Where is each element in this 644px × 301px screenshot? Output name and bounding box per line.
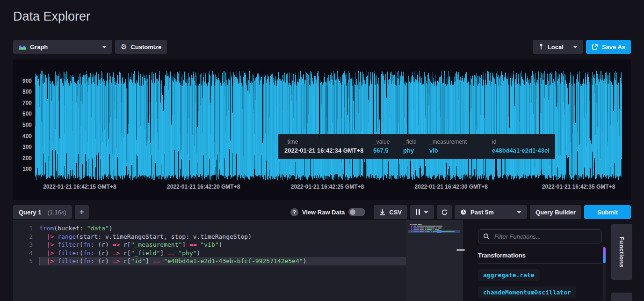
functions-panel: Transformations aggregate.ratechandeMome…	[472, 224, 607, 301]
query-bar: Query 1 (1.16s) + ? View Raw Data CSV	[13, 205, 631, 220]
code-text: |> range(start: v.timeRangeStart, stop: …	[39, 233, 406, 241]
export-icon	[592, 44, 598, 50]
clock-icon	[460, 209, 467, 215]
x-axis-tick-label: 2022-01-21 16:42:20 GMT+8	[167, 184, 240, 190]
graph-panel: _time_value_field_measurementid2022-01-2…	[13, 59, 631, 200]
area-chart-icon	[19, 44, 26, 50]
refresh-icon	[441, 209, 448, 216]
pause-dropdown-button[interactable]	[410, 205, 434, 219]
customize-label: Customize	[130, 44, 161, 51]
code-text: from(bucket: "data")	[39, 224, 406, 233]
data-explorer-page: Data Explorer Graph ⚙ Customize Local	[0, 0, 644, 301]
flux-code-editor[interactable]: 1from(bucket: "data")2 |> range(start: v…	[13, 220, 463, 301]
toolbar: Graph ⚙ Customize Local Save As	[13, 40, 631, 54]
tab-functions[interactable]: Functions	[611, 224, 632, 280]
tooltip-value: vib	[429, 147, 486, 154]
code-lines: 1from(bucket: "data")2 |> range(start: v…	[13, 224, 406, 265]
chevron-down-icon	[424, 211, 428, 213]
tooltip-column-header: _time	[284, 139, 368, 145]
tooltip-column-header: _field	[403, 139, 424, 145]
chevron-down-icon	[573, 46, 578, 48]
code-line[interactable]: 4 |> filter(fn: (r) => r["_field"] == "p…	[13, 249, 406, 257]
line-number: 2	[13, 233, 39, 241]
function-item[interactable]: chandeMomentumOscillator	[478, 286, 576, 298]
customize-button[interactable]: ⚙ Customize	[115, 40, 167, 54]
minimap-line	[410, 226, 463, 227]
save-as-button[interactable]: Save As	[586, 40, 631, 54]
y-axis-tick-label: 600	[15, 110, 32, 117]
view-raw-data-label: View Raw Data	[302, 209, 345, 216]
query-builder-button[interactable]: Query Builder	[530, 205, 581, 219]
query-tab-label: Query 1	[19, 209, 41, 216]
functions-tab-label: Functions	[618, 236, 625, 268]
tooltip-value: 567.5	[373, 147, 398, 154]
x-axis-tick-label: 2022-01-21 16:42:35 GMT+8	[542, 184, 615, 190]
timeseries-chart[interactable]	[35, 70, 622, 181]
tooltip-column-header: _measurement	[429, 139, 486, 145]
side-tabs: Functions	[611, 224, 632, 301]
page-title: Data Explorer	[13, 9, 90, 24]
view-type-dropdown[interactable]: Graph	[13, 40, 112, 54]
code-text: |> filter(fn: (r) => r["_measurement"] =…	[39, 241, 406, 249]
line-number: 5	[13, 257, 39, 265]
line-number: 3	[13, 241, 39, 249]
minimap-line	[410, 224, 463, 225]
y-axis-tick-label: 800	[15, 88, 32, 95]
help-icon[interactable]: ?	[290, 208, 298, 216]
tab-partial[interactable]	[611, 293, 632, 301]
tooltip-value: e48bd4a1-e2d1-43eb-bfcf-992…	[492, 147, 549, 154]
function-item[interactable]: aggregate.rate	[478, 269, 540, 281]
pause-icon	[416, 209, 420, 215]
code-line[interactable]: 5 |> filter(fn: (r) => r["id"] == "e48bd…	[13, 257, 406, 265]
query-tab[interactable]: Query 1 (1.16s)	[13, 205, 72, 219]
line-number: 1	[13, 224, 39, 233]
query-duration: (1.16s)	[47, 209, 66, 216]
tooltip-column-header: id	[492, 139, 549, 145]
panel-resize-handle[interactable]	[456, 249, 465, 251]
line-number: 4	[13, 249, 39, 257]
functions-scrollbar[interactable]	[603, 247, 606, 301]
chevron-down-icon	[102, 46, 107, 48]
tooltip-value: 2022-01-21 16:42:34 GMT+8	[284, 147, 368, 154]
chevron-down-icon	[517, 211, 521, 213]
refresh-button[interactable]	[437, 205, 452, 219]
x-axis-tick-label: 2022-01-21 16:42:25 GMT+8	[291, 184, 364, 190]
view-raw-data-toggle[interactable]	[348, 208, 365, 216]
function-list: aggregate.ratechandeMomentumOscillator	[478, 269, 602, 301]
function-search-box[interactable]	[478, 229, 602, 243]
view-type-label: Graph	[30, 44, 48, 51]
csv-download-button[interactable]: CSV	[374, 205, 407, 219]
view-raw-data-group: ? View Raw Data	[290, 208, 366, 216]
minimap-line	[410, 231, 463, 232]
code-text: |> filter(fn: (r) => r["_field"] == "phy…	[39, 249, 406, 257]
gear-icon: ⚙	[121, 44, 127, 51]
tooltip-value: phy	[403, 147, 424, 154]
time-range-label: Past 5m	[470, 209, 494, 216]
y-axis-tick-label: 900	[15, 78, 32, 84]
csv-label: CSV	[389, 209, 402, 216]
code-line[interactable]: 2 |> range(start: v.timeRangeStart, stop…	[13, 233, 406, 241]
pin-icon	[538, 44, 544, 50]
code-line[interactable]: 1from(bucket: "data")	[13, 224, 406, 233]
y-axis-tick-label: 300	[15, 144, 32, 150]
y-axis-tick-label: 200	[15, 155, 32, 162]
function-search-input[interactable]	[493, 233, 597, 241]
save-as-label: Save As	[602, 44, 625, 51]
section-divider	[478, 263, 602, 264]
time-range-dropdown[interactable]: Past 5m	[455, 205, 527, 219]
code-text: |> filter(fn: (r) => r["id"] == "e48bd4a…	[39, 257, 406, 265]
code-line[interactable]: 3 |> filter(fn: (r) => r["_measurement"]…	[13, 241, 406, 249]
submit-button[interactable]: Submit	[584, 205, 631, 219]
editor-minimap[interactable]	[406, 220, 463, 301]
transformations-header: Transformations	[478, 252, 602, 259]
x-axis-tick-label: 2022-01-21 16:42:30 GMT+8	[415, 184, 488, 190]
scrollbar-thumb[interactable]	[603, 247, 606, 263]
add-query-button[interactable]: +	[75, 205, 89, 219]
chart-tooltip: _time_value_field_measurementid2022-01-2…	[278, 134, 555, 159]
y-axis-tick-label: 500	[15, 122, 32, 128]
download-icon	[379, 209, 385, 215]
toggle-knob	[350, 209, 355, 215]
location-dropdown[interactable]: Local	[533, 40, 583, 54]
search-icon	[483, 233, 490, 240]
x-axis-tick-label: 2022-01-21 16:42:15 GMT+8	[43, 184, 116, 190]
